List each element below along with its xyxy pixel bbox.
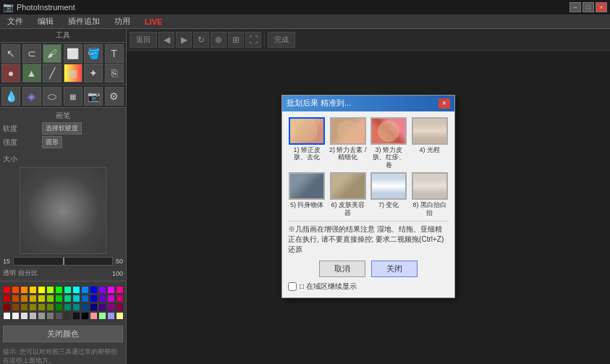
color-swatch[interactable] (116, 295, 124, 302)
color-swatch[interactable] (12, 295, 20, 302)
color-swatch[interactable] (64, 295, 72, 302)
color-swatch[interactable] (107, 312, 115, 320)
sample-item[interactable]: 7) 变化 (370, 172, 408, 217)
color-swatch[interactable] (116, 286, 124, 294)
color-swatch[interactable] (55, 303, 63, 311)
color-swatch[interactable] (98, 312, 106, 320)
color-swatch[interactable] (81, 312, 89, 320)
close-btn[interactable]: 关闭 (371, 261, 418, 277)
apply-color-btn[interactable]: 关闭颜色 (3, 326, 123, 342)
color-swatch[interactable] (46, 303, 54, 311)
tool-paint[interactable]: 🪣 (84, 44, 103, 63)
tool-lasso[interactable]: ⊂ (22, 44, 41, 63)
color-swatch[interactable] (72, 312, 80, 320)
tool-text[interactable]: T (105, 44, 124, 63)
tool-shape1[interactable]: ● (1, 64, 20, 82)
color-swatch[interactable] (98, 303, 106, 311)
menu-plugin[interactable]: 插件追加 (64, 15, 104, 27)
color-swatch[interactable] (98, 295, 106, 302)
color-swatch[interactable] (107, 286, 115, 294)
menu-live[interactable]: LIVE (140, 17, 166, 27)
sample-item[interactable]: 1) 矫正皮肤、去化 (288, 117, 326, 169)
color-swatch[interactable] (55, 312, 63, 320)
color-swatch[interactable] (90, 303, 98, 311)
color-swatch[interactable] (38, 303, 46, 311)
tool-settings[interactable]: ⚙ (105, 87, 124, 106)
size-slider[interactable] (13, 257, 113, 266)
softness-select-btn[interactable]: 选择软硬度 (42, 122, 82, 135)
color-swatch[interactable] (38, 312, 46, 320)
color-swatch[interactable] (64, 312, 72, 320)
color-swatch[interactable] (90, 312, 98, 320)
color-swatch[interactable] (29, 312, 37, 320)
tool-arrow[interactable]: ↖ (1, 44, 20, 63)
maximize-btn[interactable]: □ (583, 2, 594, 12)
color-swatch[interactable] (81, 286, 89, 294)
sample-item[interactable]: 3) 矫力皮肤、红疹、卷 (370, 117, 408, 169)
tool-eraser[interactable]: ⬜ (64, 44, 82, 63)
color-swatch[interactable] (90, 295, 98, 302)
tool-brush[interactable]: 🖌 (43, 44, 62, 63)
color-swatch[interactable] (55, 286, 63, 294)
sample-item[interactable]: 4) 光程 (411, 117, 449, 169)
cancel-btn[interactable]: 取消 (319, 261, 365, 277)
color-swatch[interactable] (29, 303, 37, 311)
color-swatch[interactable] (90, 286, 98, 294)
dialog-close-btn[interactable]: × (439, 98, 450, 109)
strength-btn[interactable]: 圆形 (42, 136, 62, 148)
color-swatch[interactable] (29, 286, 37, 294)
color-swatch[interactable] (20, 303, 28, 311)
color-swatch[interactable] (38, 295, 46, 302)
tool-line[interactable]: ╱ (43, 64, 62, 82)
color-swatch[interactable] (72, 295, 80, 302)
menu-function[interactable]: 功用 (110, 15, 135, 27)
sample-item[interactable]: 5) 抖身物体 (288, 172, 326, 217)
color-swatch[interactable] (12, 286, 20, 294)
color-swatch[interactable] (12, 312, 20, 320)
close-btn[interactable]: × (596, 2, 607, 12)
color-swatch[interactable] (81, 295, 89, 302)
color-swatch[interactable] (3, 286, 11, 294)
color-swatch[interactable] (98, 286, 106, 294)
tool-camera[interactable]: 📷 (84, 87, 103, 106)
color-swatch[interactable] (20, 295, 28, 302)
color-swatch[interactable] (116, 312, 124, 320)
tool-pattern[interactable]: ▦ (64, 87, 82, 106)
color-swatch[interactable] (64, 286, 72, 294)
color-swatch[interactable] (46, 295, 54, 302)
color-swatch[interactable] (64, 303, 72, 311)
color-swatch[interactable] (3, 295, 11, 302)
tool-retouch[interactable]: ◈ (22, 87, 41, 106)
menu-file[interactable]: 文件 (3, 15, 27, 27)
color-swatch[interactable] (12, 303, 20, 311)
tool-gradient[interactable]: ▦ (64, 64, 82, 82)
menu-edit[interactable]: 编辑 (33, 15, 58, 27)
tool-eyedrop[interactable]: 💧 (1, 87, 20, 106)
sample-image (370, 117, 407, 145)
sample-item[interactable]: 8) 黑白抬白抬 (411, 172, 449, 217)
minimize-btn[interactable]: − (569, 2, 581, 12)
tool-magic[interactable]: ✦ (84, 64, 103, 82)
tools-section-label: 工具 (0, 29, 126, 43)
color-swatch[interactable] (29, 295, 37, 302)
color-swatch[interactable] (3, 312, 11, 320)
color-swatch[interactable] (20, 286, 28, 294)
color-swatch[interactable] (107, 303, 115, 311)
show-again-checkbox[interactable] (288, 282, 297, 291)
color-swatch[interactable] (81, 303, 89, 311)
sample-item[interactable]: 2) 矫力去素 / 精细化 (329, 117, 368, 169)
color-swatch[interactable] (107, 295, 115, 302)
color-swatch[interactable] (46, 286, 54, 294)
tool-blur[interactable]: ⬭ (43, 87, 62, 106)
color-swatch[interactable] (116, 303, 124, 311)
color-swatch[interactable] (3, 303, 11, 311)
sample-item[interactable]: 6) 皮肤美容器 (329, 172, 368, 217)
tool-clone[interactable]: ⎘ (105, 64, 124, 82)
tool-shape2[interactable]: ▲ (22, 64, 41, 82)
color-swatch[interactable] (72, 303, 80, 311)
color-swatch[interactable] (72, 286, 80, 294)
color-swatch[interactable] (38, 286, 46, 294)
color-swatch[interactable] (20, 312, 28, 320)
color-swatch[interactable] (55, 295, 63, 302)
color-swatch[interactable] (46, 312, 54, 320)
